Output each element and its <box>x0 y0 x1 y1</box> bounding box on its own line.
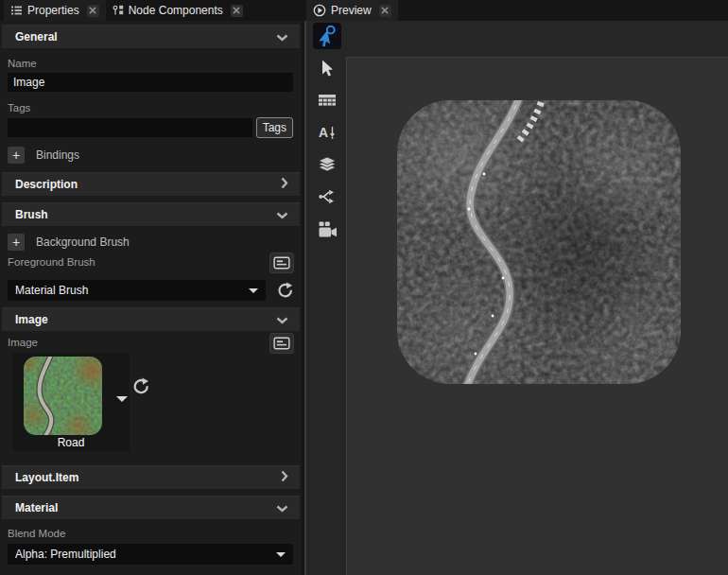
layers-icon <box>318 156 337 174</box>
plus-icon: + <box>12 235 20 250</box>
branch-arrows-icon <box>318 187 337 206</box>
reset-foreground-brush-button[interactable] <box>274 280 295 301</box>
dropdown-caret-icon <box>249 288 258 293</box>
video-camera-icon <box>318 220 338 238</box>
blend-mode-value: Alpha: Premultiplied <box>15 548 116 561</box>
text-tool-icon: A <box>319 126 328 139</box>
name-field-label: Name <box>8 58 293 69</box>
open-editor-button[interactable] <box>269 253 294 273</box>
close-icon[interactable] <box>231 5 243 17</box>
section-image-title: Image <box>15 313 48 326</box>
interact-tool-button[interactable] <box>313 23 341 49</box>
chevron-right-icon <box>281 469 288 486</box>
properties-panel: General Name Tags Tags + Bindings Descri… <box>0 21 302 575</box>
layers-tool-button[interactable] <box>313 151 341 178</box>
close-icon[interactable] <box>379 5 391 17</box>
chevron-down-icon <box>276 28 288 45</box>
connections-tool-button[interactable] <box>313 183 341 210</box>
camera-tool-button[interactable] <box>313 216 341 242</box>
foreground-brush-select[interactable]: Material Brush <box>8 280 266 301</box>
section-general-title: General <box>15 30 58 44</box>
text-tool-button[interactable]: A <box>313 119 341 146</box>
tab-properties[interactable]: Properties <box>4 0 106 21</box>
image-thumbnail-dropdown[interactable]: Road <box>12 353 130 451</box>
blend-mode-label: Blend Mode <box>8 528 293 539</box>
editor-window-icon <box>273 337 290 350</box>
chevron-right-icon <box>281 176 288 193</box>
tab-node-components-label: Node Components <box>129 4 223 17</box>
name-input[interactable] <box>8 73 293 92</box>
close-icon[interactable] <box>87 5 99 17</box>
bindings-label: Bindings <box>36 148 79 162</box>
preview-panel: A <box>304 21 728 575</box>
section-brush[interactable]: Brush <box>2 202 300 226</box>
section-general[interactable]: General <box>2 25 300 48</box>
section-brush-title: Brush <box>15 208 48 221</box>
section-description[interactable]: Description <box>2 172 300 196</box>
reset-image-button[interactable] <box>130 376 151 397</box>
tab-preview-label: Preview <box>331 4 372 17</box>
plus-icon: + <box>12 148 20 163</box>
select-cursor-icon <box>318 59 337 78</box>
preview-toolbar: A <box>313 23 341 242</box>
play-circle-icon <box>313 4 326 17</box>
section-material-title: Material <box>15 501 58 514</box>
chevron-down-icon <box>276 311 288 328</box>
add-background-brush-button[interactable]: + <box>8 234 25 251</box>
select-tool-button[interactable] <box>313 55 341 81</box>
preview-image-node[interactable] <box>397 100 681 384</box>
interact-cursor-icon <box>316 25 338 47</box>
tab-properties-label: Properties <box>27 4 79 17</box>
foreground-brush-value: Material Brush <box>15 284 88 297</box>
section-layout-item[interactable]: Layout.Item <box>2 465 300 489</box>
dropdown-caret-icon <box>276 552 286 557</box>
blend-mode-select[interactable]: Alpha: Premultiplied <box>8 544 293 565</box>
image-thumbnail-name: Road <box>12 436 130 449</box>
chevron-down-icon <box>276 499 288 516</box>
tags-field-label: Tags <box>8 102 293 113</box>
editor-window-icon <box>273 256 290 270</box>
add-binding-button[interactable]: + <box>8 147 25 164</box>
node-components-icon <box>113 5 124 16</box>
image-thumbnail[interactable] <box>24 357 102 435</box>
tab-preview[interactable]: Preview <box>306 0 398 21</box>
grid-tool-button[interactable] <box>313 87 341 113</box>
background-brush-label: Background Brush <box>36 235 130 249</box>
chevron-down-icon <box>276 206 288 223</box>
open-editor-button[interactable] <box>269 333 294 354</box>
tags-button[interactable]: Tags <box>256 117 293 138</box>
top-tab-bar: Properties Node Components Pre <box>0 0 728 21</box>
grid-table-icon <box>318 94 337 108</box>
application-window: Properties Node Components Pre <box>0 0 728 575</box>
properties-list-icon <box>10 5 23 16</box>
text-baseline-arrow-icon <box>329 126 336 139</box>
reset-icon <box>276 282 294 300</box>
section-material[interactable]: Material <box>2 496 300 519</box>
tags-input[interactable] <box>8 118 252 137</box>
section-layout-item-title: Layout.Item <box>15 471 78 484</box>
section-image[interactable]: Image <box>2 307 300 331</box>
dropdown-caret-icon <box>116 396 128 402</box>
preview-canvas[interactable] <box>346 57 728 575</box>
tab-node-components[interactable]: Node Components <box>106 0 250 21</box>
foreground-brush-label: Foreground Brush <box>8 256 95 268</box>
section-description-title: Description <box>15 178 78 191</box>
image-field-label: Image <box>8 337 38 348</box>
reset-icon <box>131 377 150 396</box>
